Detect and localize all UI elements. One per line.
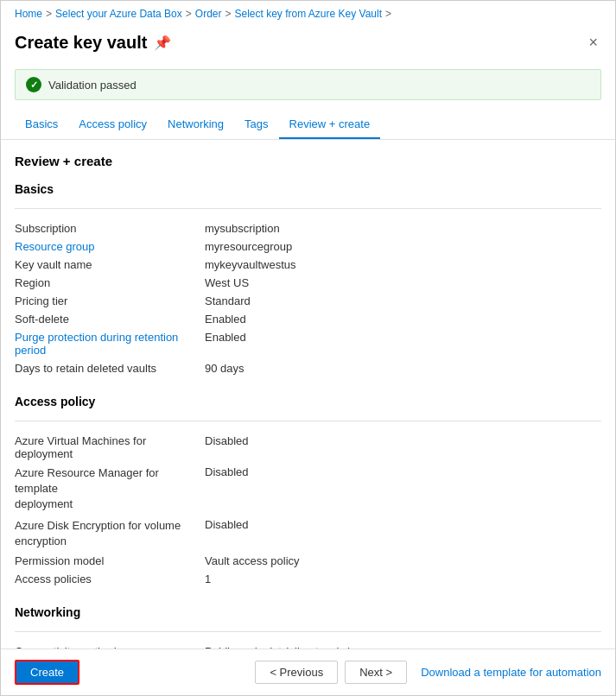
value-key-vault-name: mykeyvaultwestus	[205, 258, 295, 271]
tab-tags[interactable]: Tags	[234, 111, 278, 139]
row-soft-delete: Soft-delete Enabled	[15, 310, 601, 328]
value-days-retain: 90 days	[205, 362, 244, 375]
row-region: Region West US	[15, 274, 601, 292]
row-resource-group: Resource group myresourcegroup	[15, 237, 601, 256]
value-pricing-tier: Standard	[205, 294, 251, 307]
validation-check-icon	[26, 77, 41, 92]
label-azure-vm: Azure Virtual Machines for deployment	[15, 434, 205, 460]
access-policy-divider	[15, 421, 601, 421]
label-key-vault-name: Key vault name	[15, 258, 205, 271]
close-button[interactable]: ×	[585, 30, 601, 55]
breadcrumb: Home > Select your Azure Data Box > Orde…	[1, 1, 615, 27]
tab-networking[interactable]: Networking	[157, 111, 234, 139]
review-create-heading: Review + create	[15, 154, 601, 168]
previous-button[interactable]: < Previous	[255, 661, 338, 684]
tab-bar: Basics Access policy Networking Tags Rev…	[1, 111, 615, 140]
row-pricing-tier: Pricing tier Standard	[15, 292, 601, 310]
access-policy-section: Access policy Azure Virtual Machines for…	[15, 395, 601, 588]
basics-section: Basics Subscription mysubscription Resou…	[15, 182, 601, 377]
row-permission-model: Permission model Vault access policy	[15, 552, 601, 570]
validation-text: Validation passed	[48, 79, 137, 92]
label-purge-protection: Purge protection during retention period	[15, 331, 205, 357]
validation-banner: Validation passed	[15, 69, 601, 100]
label-pricing-tier: Pricing tier	[15, 294, 205, 307]
label-resource-group: Resource group	[15, 240, 205, 253]
tab-access-policy[interactable]: Access policy	[68, 111, 157, 139]
label-azure-rm: Azure Resource Manager for templatedeplo…	[15, 465, 205, 513]
basics-divider	[15, 208, 601, 209]
page-title: Create key vault	[15, 33, 147, 53]
content-area: Review + create Basics Subscription mysu…	[1, 140, 615, 649]
value-resource-group: myresourcegroup	[205, 240, 292, 253]
label-days-retain: Days to retain deleted vaults	[15, 362, 205, 375]
row-purge-protection: Purge protection during retention period…	[15, 328, 601, 359]
value-region: West US	[205, 276, 249, 289]
value-azure-vm: Disabled	[205, 434, 249, 460]
value-permission-model: Vault access policy	[205, 554, 300, 567]
label-region: Region	[15, 276, 205, 289]
networking-section-title: Networking	[15, 605, 601, 623]
label-access-policies: Access policies	[15, 573, 205, 585]
networking-section: Networking Connectivity method Public en…	[15, 605, 601, 649]
label-soft-delete: Soft-delete	[15, 313, 205, 326]
label-permission-model: Permission model	[15, 554, 205, 567]
tab-basics[interactable]: Basics	[15, 111, 68, 139]
label-azure-disk: Azure Disk Encryption for volumeencrypti…	[15, 518, 205, 549]
access-policy-section-title: Access policy	[15, 395, 601, 412]
value-azure-rm: Disabled	[205, 465, 249, 513]
value-subscription: mysubscription	[205, 222, 280, 235]
breadcrumb-select-key[interactable]: Select key from Azure Key Vault	[235, 8, 383, 20]
value-azure-disk: Disabled	[205, 518, 249, 549]
value-purge-protection: Enabled	[205, 331, 246, 357]
label-subscription: Subscription	[15, 222, 205, 235]
create-button[interactable]: Create	[15, 660, 79, 685]
row-connectivity: Connectivity method Public endpoint (all…	[15, 642, 601, 649]
row-key-vault-name: Key vault name mykeyvaultwestus	[15, 256, 601, 274]
create-key-vault-modal: Home > Select your Azure Data Box > Orde…	[0, 0, 616, 696]
breadcrumb-azure-data-box[interactable]: Select your Azure Data Box	[55, 8, 182, 20]
basics-section-title: Basics	[15, 182, 601, 199]
modal-header: Create key vault 📌 ×	[1, 27, 615, 62]
tab-review-create[interactable]: Review + create	[279, 111, 381, 139]
row-azure-rm: Azure Resource Manager for templatedeplo…	[15, 463, 601, 516]
row-access-policies: Access policies 1	[15, 570, 601, 588]
breadcrumb-home[interactable]: Home	[15, 8, 42, 20]
pin-icon[interactable]: 📌	[154, 35, 171, 51]
row-azure-vm: Azure Virtual Machines for deployment Di…	[15, 432, 601, 463]
row-days-retain: Days to retain deleted vaults 90 days	[15, 359, 601, 377]
next-button[interactable]: Next >	[345, 661, 407, 684]
value-access-policies: 1	[205, 573, 211, 585]
download-template-link[interactable]: Download a template for automation	[421, 666, 601, 679]
footer: Create < Previous Next > Download a temp…	[1, 649, 615, 695]
row-azure-disk: Azure Disk Encryption for volumeencrypti…	[15, 516, 601, 552]
value-soft-delete: Enabled	[205, 313, 246, 326]
breadcrumb-order[interactable]: Order	[195, 8, 222, 20]
networking-divider	[15, 631, 601, 632]
row-subscription: Subscription mysubscription	[15, 219, 601, 237]
